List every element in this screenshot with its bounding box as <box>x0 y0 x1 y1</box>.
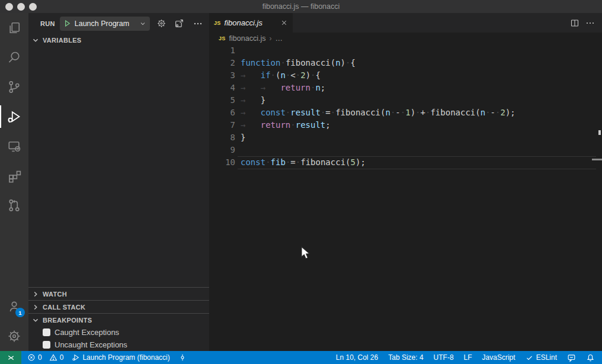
debug-toolbar: RUN Launch Program <box>28 13 209 34</box>
breakpoint-row[interactable]: Caught Exceptions <box>28 326 209 339</box>
views-more-actions-button[interactable] <box>191 17 204 31</box>
code-line[interactable]: 10const·fib·=·fibonacci(5); <box>209 156 602 169</box>
javascript-file-icon: JS <box>214 20 221 26</box>
code-lines: 12function·fibonacci(n)·{3→if·(n·<·2)·{4… <box>209 44 602 169</box>
start-debug-icon[interactable] <box>63 20 71 27</box>
sidebar-item-extensions[interactable] <box>0 161 28 191</box>
line-number: 8 <box>209 131 235 144</box>
breadcrumb-file[interactable]: fibonacci.js <box>229 34 266 43</box>
editor-more-actions-icon[interactable] <box>585 18 595 28</box>
extensions-icon <box>7 169 21 183</box>
run-and-debug-sidebar: RUN Launch Program <box>28 13 209 351</box>
code-line[interactable]: 4→→return·n; <box>209 82 602 94</box>
remote-explorer-icon <box>7 139 21 153</box>
code-text: →→return·n; <box>235 82 325 94</box>
breakpoints-list: Caught ExceptionsUncaught Exceptions <box>28 326 209 351</box>
title-bar: fibonacci.js — fibonacci <box>0 0 602 13</box>
section-variables[interactable]: VARIABLES <box>28 34 209 46</box>
minimize-window-button[interactable] <box>17 3 25 11</box>
editor-actions <box>570 13 602 33</box>
breadcrumb-symbol[interactable]: … <box>275 34 283 43</box>
line-number: 4 <box>209 82 235 94</box>
encoding-status[interactable]: UTF-8 <box>434 353 454 362</box>
line-number: 9 <box>209 144 235 156</box>
close-window-button[interactable] <box>5 3 13 11</box>
overview-ruler-cursor-mark <box>598 130 601 135</box>
debug-config-dropdown[interactable]: Launch Program <box>60 17 150 31</box>
cursor-position-status[interactable]: Ln 10, Col 26 <box>336 353 378 362</box>
code-text <box>235 144 241 156</box>
breakpoint-row[interactable]: Uncaught Exceptions <box>28 339 209 351</box>
breakpoint-checkbox[interactable] <box>43 341 50 349</box>
code-text: const·fib·=·fibonacci(5); <box>235 156 366 169</box>
line-number: 1 <box>209 44 235 57</box>
remote-indicator[interactable] <box>0 351 21 364</box>
section-label: BREAKPOINTS <box>43 317 92 324</box>
sidebar-item-run-and-debug[interactable] <box>0 102 28 131</box>
line-number: 2 <box>209 57 235 69</box>
chevron-down-icon <box>31 315 40 325</box>
breakpoint-label: Caught Exceptions <box>55 328 119 337</box>
line-number: 10 <box>209 156 235 169</box>
tab-fibonacci-js[interactable]: JS fibonacci.js <box>209 13 293 33</box>
sidebar-item-explorer[interactable] <box>0 13 28 43</box>
linter-status[interactable]: ESLint <box>526 353 557 362</box>
vscode-window: fibonacci.js — fibonacci <box>0 0 602 364</box>
code-text: →return·result; <box>235 119 331 131</box>
search-icon <box>7 50 21 65</box>
section-call-stack[interactable]: CALL STACK <box>28 300 209 313</box>
code-line[interactable]: 8} <box>209 131 602 144</box>
sidebar-item-remote-explorer[interactable] <box>0 131 28 161</box>
code-line[interactable]: 2function·fibonacci(n)·{ <box>209 57 602 69</box>
line-number: 3 <box>209 69 235 82</box>
code-editor[interactable]: 12function·fibonacci(n)·{3→if·(n·<·2)·{4… <box>209 44 602 351</box>
section-watch[interactable]: WATCH <box>28 287 209 300</box>
check-icon <box>526 354 533 362</box>
problems-status[interactable]: 0 0 <box>27 353 63 362</box>
zoom-window-button[interactable] <box>29 3 37 11</box>
breadcrumb-separator-icon: › <box>269 34 271 43</box>
code-text: function·fibonacci(n)·{ <box>235 57 356 69</box>
breakpoint-checkbox[interactable] <box>43 328 50 336</box>
code-text: } <box>235 131 245 144</box>
code-text: →if·(n·<·2)·{ <box>235 69 321 82</box>
feedback-icon[interactable] <box>567 353 576 362</box>
language-mode-status[interactable]: JavaScript <box>482 353 515 362</box>
sidebar-item-github-pull-requests[interactable] <box>0 191 28 220</box>
sidebar-item-search[interactable] <box>0 43 28 72</box>
error-count: 0 <box>38 353 42 362</box>
code-line[interactable]: 1 <box>209 44 602 57</box>
editor-group: JS fibonacci.js JS fib <box>209 13 602 351</box>
debug-console-button[interactable] <box>173 17 187 31</box>
sidebar-item-source-control[interactable] <box>0 72 28 102</box>
debug-target-status[interactable]: Launch Program (fibonacci) <box>72 353 169 362</box>
notifications-bell-icon[interactable] <box>586 353 595 362</box>
section-breakpoints[interactable]: BREAKPOINTS <box>28 313 209 326</box>
chevron-right-icon <box>31 289 40 299</box>
line-number: 7 <box>209 119 235 131</box>
source-control-icon <box>7 80 21 94</box>
files-icon <box>7 21 21 35</box>
commit-icon[interactable] <box>178 353 187 362</box>
settings-button[interactable] <box>0 321 28 351</box>
remote-icon <box>7 353 15 362</box>
debug-target-label: Launch Program (fibonacci) <box>82 353 169 362</box>
eol-status[interactable]: LF <box>464 353 472 362</box>
sidebar-bottom-sections: WATCH CALL STACK BREAKPOINTS Caught Exce… <box>28 287 209 351</box>
accounts-button[interactable]: 1 <box>0 292 28 321</box>
breadcrumb[interactable]: JS fibonacci.js › … <box>209 33 602 44</box>
indentation-status[interactable]: Tab Size: 4 <box>388 353 423 362</box>
window-controls <box>5 3 37 11</box>
code-line[interactable]: 7→return·result; <box>209 119 602 131</box>
close-tab-icon[interactable] <box>280 19 288 27</box>
code-text: →} <box>235 94 265 107</box>
split-editor-icon[interactable] <box>570 18 579 28</box>
debug-config-name: Launch Program <box>75 20 136 28</box>
open-launch-json-button[interactable] <box>155 17 168 31</box>
window-title: fibonacci.js — fibonacci <box>262 2 340 11</box>
code-line[interactable]: 9 <box>209 144 602 156</box>
warning-icon <box>49 353 57 362</box>
code-line[interactable]: 5→} <box>209 94 602 107</box>
code-line[interactable]: 3→if·(n·<·2)·{ <box>209 69 602 82</box>
code-line[interactable]: 6→const·result·=·fibonacci(n·-·1)·+·fibo… <box>209 107 602 119</box>
